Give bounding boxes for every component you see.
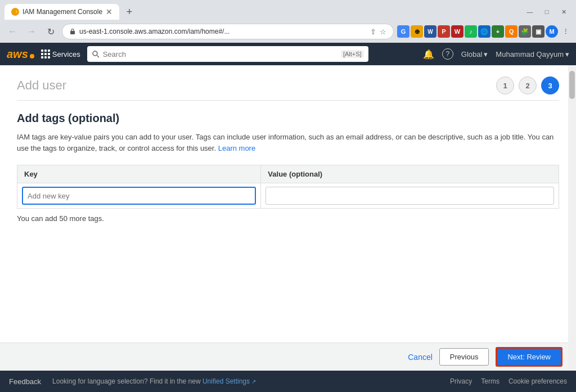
address-icons: ⇧ ☆ xyxy=(370,28,386,36)
external-link-icon: ↗ xyxy=(251,379,256,385)
close-button[interactable]: ✕ xyxy=(556,6,572,17)
section-title: Add tags (optional) xyxy=(17,112,559,125)
grid-icon xyxy=(41,49,50,58)
value-input[interactable] xyxy=(266,187,554,205)
aws-logo[interactable]: aws xyxy=(7,48,34,61)
search-input[interactable] xyxy=(103,50,338,58)
new-tab-button[interactable]: + xyxy=(122,4,137,20)
value-column-header: Value (optional) xyxy=(261,165,559,183)
reload-button[interactable]: ↻ xyxy=(43,24,58,39)
step-2: 2 xyxy=(519,76,537,94)
cookie-preferences-link[interactable]: Cookie preferences xyxy=(508,377,567,385)
bell-icon[interactable]: 🔔 xyxy=(423,49,434,60)
search-shortcut: [Alt+S] xyxy=(341,50,364,58)
svg-point-3 xyxy=(93,51,97,56)
steps-indicator: 1 2 3 xyxy=(496,76,559,94)
ext-5[interactable]: W xyxy=(451,25,464,38)
word-ext[interactable]: W xyxy=(424,25,436,38)
user-menu[interactable]: Muhammad Qayyum ▾ xyxy=(496,50,569,58)
main-content: Add user 1 2 3 Add tags (optional) IAM t… xyxy=(0,65,576,343)
ext-6[interactable]: ♪ xyxy=(465,25,477,38)
privacy-link[interactable]: Privacy xyxy=(450,377,472,385)
tag-row xyxy=(17,183,559,209)
ext-4[interactable]: P xyxy=(438,25,450,38)
puzzle-icon[interactable]: 🧩 xyxy=(519,25,531,38)
lock-icon xyxy=(69,28,76,35)
url-text: us-east-1.console.aws.amazon.com/iam/hom… xyxy=(79,28,367,35)
ext-2[interactable]: ⊕ xyxy=(411,25,423,38)
maximize-button[interactable]: □ xyxy=(539,6,555,17)
star-icon[interactable]: ☆ xyxy=(380,28,386,36)
aws-logo-text: aws xyxy=(7,48,28,61)
share-icon[interactable]: ⇧ xyxy=(370,28,376,36)
step-3: 3 xyxy=(541,76,559,94)
vertical-scrollbar[interactable] xyxy=(568,65,576,369)
services-button[interactable]: Services xyxy=(41,49,80,58)
minimize-button[interactable]: — xyxy=(522,6,538,17)
tags-hint: You can add 50 more tags. xyxy=(17,214,559,223)
action-bar: Cancel Previous Next: Review xyxy=(0,343,576,371)
aws-logo-dot xyxy=(30,54,34,58)
bottom-footer: Feedback Looking for language selection?… xyxy=(0,371,576,392)
ext-9[interactable]: Q xyxy=(505,25,518,38)
page-header: Add user 1 2 3 xyxy=(17,76,559,101)
unified-settings-link[interactable]: Unified Settings ↗ xyxy=(202,377,256,385)
search-icon xyxy=(92,50,100,58)
tags-table: Key Value (optional) xyxy=(17,165,559,209)
previous-button[interactable]: Previous xyxy=(439,348,489,366)
tab-bar: ! IAM Management Console ✕ + — □ ✕ xyxy=(0,0,576,20)
scrollbar-thumb[interactable] xyxy=(569,71,575,99)
cancel-button[interactable]: Cancel xyxy=(408,353,433,362)
tab-close-button[interactable]: ✕ xyxy=(106,7,112,16)
services-label: Services xyxy=(52,50,80,58)
tab-title: IAM Management Console xyxy=(22,8,102,16)
profile-icon[interactable]: M xyxy=(546,25,558,38)
key-input[interactable] xyxy=(22,187,256,205)
key-column-header: Key xyxy=(17,165,261,183)
section-description: IAM tags are key-value pairs you can add… xyxy=(17,132,559,154)
step-1: 1 xyxy=(496,76,514,94)
footer-lang-text: Looking for language selection? Find it … xyxy=(52,377,439,385)
aws-search-box[interactable]: [Alt+S] xyxy=(87,46,368,62)
ext-7[interactable]: 🌐 xyxy=(478,25,490,38)
svg-rect-2 xyxy=(70,31,75,34)
address-input[interactable]: us-east-1.console.aws.amazon.com/iam/hom… xyxy=(62,24,394,39)
learn-more-link[interactable]: Learn more xyxy=(218,144,255,152)
next-review-button[interactable]: Next: Review xyxy=(496,347,562,367)
extension-icons: G ⊕ W P W ♪ 🌐 + Q 🧩 ▣ M ⋮ xyxy=(397,25,572,38)
google-translate-ext[interactable]: G xyxy=(397,25,410,38)
aws-navbar: aws Services [Alt+S] 🔔 ? Global ▾ Muhamm… xyxy=(0,43,576,65)
menu-icon[interactable]: ⋮ xyxy=(559,25,572,38)
svg-line-4 xyxy=(97,56,99,58)
feedback-link[interactable]: Feedback xyxy=(9,377,41,386)
help-icon[interactable]: ? xyxy=(442,48,453,60)
page-title: Add user xyxy=(17,78,66,93)
chevron-down-icon: ▾ xyxy=(484,50,488,58)
ext-8[interactable]: + xyxy=(492,25,504,38)
address-bar: ← → ↻ us-east-1.console.aws.amazon.com/i… xyxy=(0,20,576,43)
user-chevron-icon: ▾ xyxy=(565,50,569,58)
split-screen-icon[interactable]: ▣ xyxy=(532,25,544,38)
nav-icons: 🔔 ? Global ▾ Muhammad Qayyum ▾ xyxy=(423,48,569,60)
terms-link[interactable]: Terms xyxy=(481,377,500,385)
active-tab[interactable]: ! IAM Management Console ✕ xyxy=(4,4,119,20)
tab-favicon: ! xyxy=(11,8,19,16)
svg-text:!: ! xyxy=(16,10,17,13)
region-selector[interactable]: Global ▾ xyxy=(461,50,488,58)
forward-button[interactable]: → xyxy=(24,24,39,39)
footer-links: Privacy Terms Cookie preferences xyxy=(450,377,567,385)
window-controls: — □ ✕ xyxy=(522,6,572,17)
back-button[interactable]: ← xyxy=(4,24,20,39)
